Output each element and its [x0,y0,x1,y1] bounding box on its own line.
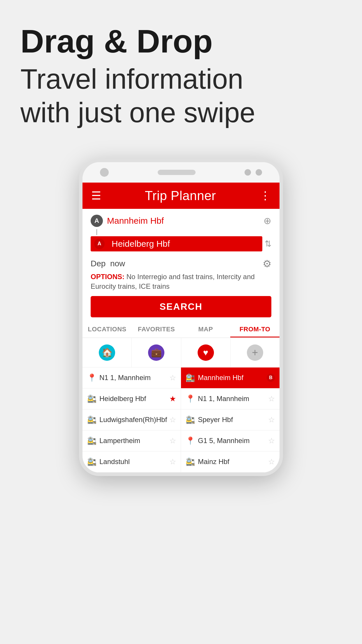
phone-sensors [245,169,262,176]
star-icon[interactable]: ☆ [268,394,275,403]
shortcuts-row: 🏠 💼 ♥ + [82,338,280,368]
train-station-icon: 🚉 [87,415,96,424]
heart-icon: ♥ [198,344,214,361]
tabs-row: LOCATIONS FAVORITES MAP FROM-TO [82,320,280,338]
list-item[interactable]: 📍 G1 5, Mannheim ☆ [181,430,280,452]
star-icon[interactable]: ☆ [169,373,176,382]
more-icon[interactable]: ⋮ [260,189,271,202]
app-header: ☰ Trip Planner ⋮ [82,183,280,209]
add-icon: + [247,344,263,361]
train-station-icon: 🚉 [87,436,96,445]
star-filled-icon[interactable]: ★ [169,394,176,403]
shortcut-add[interactable]: + [231,338,280,367]
tab-favorites[interactable]: FAVORITES [132,320,181,337]
list-item[interactable]: 🚉 Lampertheim ☆ [82,430,181,452]
search-button[interactable]: SEARCH [91,296,271,317]
list-item[interactable]: 📍 N1 1, Mannheim ☆ [181,388,280,410]
phone-device: ☰ Trip Planner ⋮ A ⊕ A [79,159,283,476]
location-list: 📍 N1 1, Mannheim ☆ 🚉 Mannheim Hbf B 🚉 He… [82,368,280,473]
list-item[interactable]: 📍 N1 1, Mannheim ☆ [82,368,181,388]
list-item-text: Ludwigshafen(Rh)Hbf [99,416,168,424]
shortcut-home[interactable]: 🏠 [82,338,132,367]
list-item[interactable]: 🚉 Landstuhl ☆ [82,452,181,473]
star-icon[interactable]: ☆ [268,415,275,424]
work-icon: 💼 [148,344,164,361]
phone-top-bar [82,162,280,183]
b-badge: B [267,374,275,382]
star-icon[interactable]: ☆ [169,436,176,445]
list-item[interactable]: 🚉 Ludwigshafen(Rh)Hbf ☆ [82,410,181,430]
shortcut-fav[interactable]: ♥ [181,338,231,367]
from-row: A ⊕ [91,215,271,227]
list-item-text: N1 1, Mannheim [99,374,168,382]
tab-map[interactable]: MAP [181,320,230,337]
tab-from-to[interactable]: FROM-TO [230,320,280,337]
train-station-icon: 🚉 [186,415,195,424]
from-badge: A [91,215,103,227]
tab-locations[interactable]: LOCATIONS [82,320,132,337]
train-station-icon: 🚉 [87,457,96,466]
phone-speaker [158,170,196,175]
list-item-text: Mainz Hbf [198,458,266,466]
search-form: A ⊕ A ⇅ Dep now [82,209,280,317]
dep-row: Dep now ⚙ [91,254,271,272]
star-icon[interactable]: ☆ [268,436,275,445]
list-item-text: Lampertheim [99,437,168,445]
list-item-text: N1 1, Mannheim [198,395,266,403]
target-icon[interactable]: ⊕ [263,215,271,226]
dep-label: Dep now [91,259,125,268]
swap-icon[interactable]: ⇅ [265,239,271,249]
promo-subtitle: Travel information with just one swipe [20,62,342,129]
to-row: A ⇅ [91,236,271,251]
list-item-highlighted[interactable]: 🚉 Mannheim Hbf B [181,368,280,388]
list-item-text: G1 5, Mannheim [198,437,266,445]
phone-camera [100,168,109,177]
location-pin-icon: 📍 [186,436,195,445]
phone-sensor-2 [256,169,262,176]
shortcut-work[interactable]: 💼 [132,338,181,367]
promo-area: Drag & Drop Travel information with just… [0,0,362,141]
phone-top-inner [158,170,196,175]
list-item-text: Landstuhl [99,458,168,466]
app-screen: ☰ Trip Planner ⋮ A ⊕ A [82,183,280,473]
train-station-icon: 🚉 [186,373,195,382]
to-badge: A [94,239,105,249]
list-item-text: Mannheim Hbf [198,374,267,382]
settings-icon[interactable]: ⚙ [263,258,271,270]
list-item-text: Heidelberg Hbf [99,395,168,403]
options-text: OPTIONS: No Interregio and fast trains, … [91,272,271,296]
home-icon: 🏠 [99,344,115,361]
list-item[interactable]: 🚉 Speyer Hbf ☆ [181,410,280,430]
promo-title: Drag & Drop [20,23,342,59]
phone-wrapper: ☰ Trip Planner ⋮ A ⊕ A [0,159,362,476]
menu-icon[interactable]: ☰ [91,189,101,202]
list-item-text: Speyer Hbf [198,416,266,424]
location-pin-icon: 📍 [87,373,96,382]
phone-sensor-1 [245,169,251,176]
location-pin-icon: 📍 [186,394,195,403]
star-icon[interactable]: ☆ [169,415,176,424]
star-icon[interactable]: ☆ [268,457,275,466]
list-item[interactable]: 🚉 Mainz Hbf ☆ [181,452,280,473]
list-item[interactable]: 🚉 Heidelberg Hbf ★ [82,388,181,410]
connector-line [96,229,97,235]
to-input[interactable] [112,239,259,249]
from-input[interactable] [107,216,261,226]
star-icon[interactable]: ☆ [169,457,176,466]
app-title: Trip Planner [145,188,216,203]
train-station-icon: 🚉 [186,457,195,466]
train-station-icon: 🚉 [87,394,96,403]
